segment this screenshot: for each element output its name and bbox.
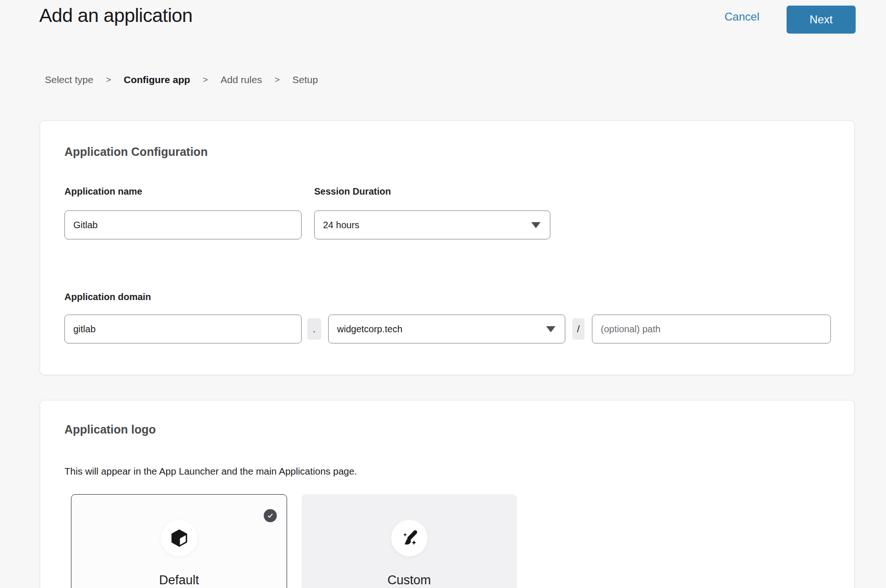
page-title: Add an application [39, 5, 192, 27]
logo-option-label: Default [71, 573, 287, 588]
path-input[interactable] [592, 315, 831, 343]
breadcrumb: Select type > Configure app > Add rules … [45, 74, 318, 85]
domain-select-value: widgetcorp.tech [337, 324, 402, 335]
add-application-page: Add an application Cancel Next Select ty… [0, 0, 886, 588]
dot-separator: . [307, 318, 321, 340]
slash-separator: / [572, 318, 584, 340]
application-configuration-card: Application Configuration Application na… [40, 120, 855, 375]
chevron-down-icon [531, 222, 541, 228]
logo-option-custom[interactable]: Custom [302, 494, 517, 588]
breadcrumb-separator: > [106, 75, 111, 85]
application-name-label: Application name [64, 186, 142, 197]
application-logo-card: Application logo This will appear in the… [40, 400, 855, 588]
breadcrumb-step-add-rules[interactable]: Add rules [220, 74, 262, 85]
breadcrumb-step-configure-app[interactable]: Configure app [124, 74, 190, 85]
cancel-button[interactable]: Cancel [724, 10, 759, 23]
logo-option-default[interactable]: Default [71, 494, 287, 588]
breadcrumb-step-select-type[interactable]: Select type [45, 74, 93, 85]
subdomain-input[interactable] [64, 315, 302, 343]
breadcrumb-separator: > [203, 75, 208, 85]
session-duration-value: 24 hours [323, 220, 359, 231]
application-configuration-title: Application Configuration [64, 145, 208, 159]
application-name-input[interactable] [64, 210, 302, 239]
logo-option-label: Custom [302, 573, 516, 588]
session-duration-label: Session Duration [314, 186, 391, 197]
check-icon [266, 511, 274, 520]
breadcrumb-separator: > [274, 75, 280, 85]
cube-icon [169, 528, 189, 548]
domain-select[interactable]: widgetcorp.tech [328, 315, 565, 343]
session-duration-select[interactable]: 24 hours [314, 210, 550, 239]
application-logo-description: This will appear in the App Launcher and… [64, 466, 357, 477]
application-logo-title: Application logo [64, 423, 156, 436]
selected-check-badge [264, 509, 277, 522]
chevron-down-icon [546, 326, 556, 332]
paintbrush-icon [399, 528, 420, 548]
application-domain-label: Application domain [64, 292, 151, 302]
breadcrumb-step-setup[interactable]: Setup [292, 74, 318, 85]
custom-logo-circle [391, 520, 428, 556]
next-button[interactable]: Next [787, 6, 856, 34]
default-logo-circle [161, 520, 197, 556]
